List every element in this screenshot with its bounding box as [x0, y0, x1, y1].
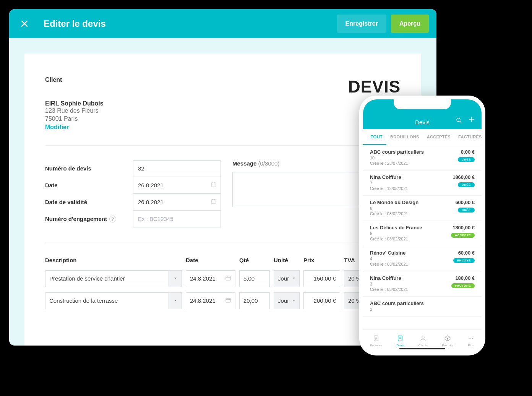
engagement-number-field[interactable] — [138, 216, 216, 222]
line-items-header: Description Date Qté Unité Prix TVA — [45, 257, 401, 263]
phone-tab-facturés[interactable]: FACTURÉS — [454, 129, 482, 145]
add-icon[interactable] — [468, 115, 475, 125]
calendar-icon[interactable] — [211, 198, 217, 206]
svg-rect-10 — [226, 276, 230, 280]
person-icon — [420, 335, 427, 342]
line-unit-select[interactable]: Jour — [274, 292, 300, 309]
status-badge: FACTURÉ — [451, 283, 475, 288]
nav-label: Produits — [442, 344, 453, 347]
quote-created-date: Créé le : 03/02/2021 — [370, 237, 422, 241]
quote-created-date: Créé le : 03/02/2021 — [370, 287, 408, 292]
line-description-input[interactable]: Prestation de service chantier — [45, 270, 169, 287]
quote-number-label: Numéro de devis — [45, 165, 133, 172]
quote-list-item[interactable]: Nina Coiffure3Créé le : 03/02/2021180,00… — [363, 271, 482, 297]
close-button[interactable] — [17, 16, 32, 31]
line-date-input[interactable]: 24.8.2021 — [186, 270, 235, 287]
calendar-icon[interactable] — [211, 182, 217, 189]
line-item-row: Prestation de service chantier24.8.20215… — [45, 270, 401, 287]
status-badge: CRÉÉ — [458, 157, 475, 162]
search-icon[interactable] — [456, 117, 462, 125]
col-description: Description — [45, 257, 186, 263]
svg-line-19 — [460, 121, 461, 123]
invoice-icon — [373, 335, 380, 342]
quote-id: 6 — [370, 206, 418, 211]
nav-devis[interactable]: Devis — [396, 335, 404, 347]
quote-id: 10 — [370, 156, 424, 160]
window-header: Editer le devis Enregistrer Aperçu — [9, 9, 436, 38]
nav-label: Factures — [370, 344, 382, 347]
date-field[interactable] — [138, 182, 216, 188]
line-date-input[interactable]: 24.8.2021 — [186, 292, 235, 309]
quote-id: 2 — [370, 307, 424, 312]
quote-list-item[interactable]: Nina Coiffure7Créé le : 12/05/20211860,0… — [363, 170, 482, 196]
engagement-number-label: Numéro d'engagement ? — [45, 216, 133, 222]
line-description-dropdown[interactable] — [169, 292, 182, 309]
quote-id: 5 — [370, 231, 422, 236]
line-description-dropdown[interactable] — [169, 270, 182, 287]
status-badge: ACCEPTÉ — [451, 233, 475, 238]
calendar-icon[interactable] — [225, 275, 231, 282]
quote-client-name: Les Délices de France — [370, 225, 422, 230]
validity-date-input[interactable] — [133, 194, 221, 211]
modify-client-link[interactable]: Modifier — [45, 124, 69, 131]
chevron-down-icon — [292, 275, 296, 282]
box-icon — [444, 335, 451, 342]
line-qty-input[interactable]: 5,00 — [239, 270, 270, 287]
quote-id: 4 — [370, 256, 408, 261]
col-qty: Qté — [239, 257, 274, 263]
quote-list-item[interactable]: Les Délices de France5Créé le : 03/02/20… — [363, 221, 482, 246]
quote-amount: 180,00 € — [451, 275, 475, 281]
svg-rect-6 — [211, 200, 216, 204]
validity-date-field[interactable] — [138, 199, 216, 205]
quote-list-item[interactable]: ABC cours particuliers10Créé le : 23/07/… — [363, 145, 482, 170]
line-description-input[interactable]: Construction de la terrasse — [45, 292, 169, 309]
nav-label: Clients — [418, 344, 428, 347]
phone-tabs: TOUTBROUILLONSACCEPTÉSFACTURÉS — [363, 129, 482, 145]
quote-client-name: Le Monde du Design — [370, 200, 418, 205]
chevron-down-icon — [173, 275, 178, 282]
quote-created-date: Créé le : 03/02/2021 — [370, 211, 418, 216]
phone-quote-list[interactable]: ABC cours particuliers10Créé le : 23/07/… — [363, 145, 482, 329]
calendar-icon[interactable] — [225, 297, 231, 304]
nav-plus[interactable]: Plus — [467, 335, 474, 347]
line-price-input[interactable]: 150,00 € — [303, 270, 340, 287]
preview-button[interactable]: Aperçu — [391, 15, 429, 33]
quote-client-name: Rénov' Cuisine — [370, 250, 408, 256]
line-price-input[interactable]: 200,00 € — [303, 292, 340, 309]
svg-point-33 — [472, 338, 473, 338]
status-badge: CRÉÉ — [458, 208, 475, 213]
client-section-label: Client — [45, 76, 401, 83]
help-icon[interactable]: ? — [109, 216, 116, 222]
svg-point-31 — [469, 338, 470, 338]
quote-client-name: Nina Coiffure — [370, 174, 408, 180]
save-button[interactable]: Enregistrer — [337, 15, 386, 33]
line-unit-select[interactable]: Jour — [274, 270, 300, 287]
nav-produits[interactable]: Produits — [442, 335, 453, 347]
phone-notch — [394, 99, 451, 109]
svg-rect-2 — [211, 183, 216, 187]
quote-amount: 1800,00 € — [451, 225, 475, 230]
quote-list-item[interactable]: Le Monde du Design6Créé le : 03/02/20216… — [363, 196, 482, 221]
phone-tab-brouillons[interactable]: BROUILLONS — [386, 129, 423, 145]
quote-list-item[interactable]: ABC cours particuliers2 — [363, 297, 482, 316]
phone-tab-acceptés[interactable]: ACCEPTÉS — [423, 129, 454, 145]
quote-number-field[interactable] — [138, 165, 216, 172]
phone-tab-tout[interactable]: TOUT — [363, 129, 386, 145]
col-date: Date — [186, 257, 239, 263]
document-type-label: DEVIS — [348, 77, 401, 96]
svg-point-32 — [470, 338, 471, 338]
line-item-row: Construction de la terrasse24.8.202120,0… — [45, 292, 401, 309]
line-qty-input[interactable]: 20,00 — [239, 292, 270, 309]
nav-clients[interactable]: Clients — [418, 335, 428, 347]
nav-factures[interactable]: Factures — [370, 335, 382, 347]
phone-header-title: Devis — [415, 119, 430, 125]
quote-number-input[interactable] — [133, 160, 221, 177]
client-street: 123 Rue des Fleurs — [45, 107, 401, 115]
phone-mockup: Devis TOUTBROUILLONSACCEPTÉSFACTURÉS ABC… — [359, 96, 485, 355]
date-input[interactable] — [133, 177, 221, 194]
engagement-number-input[interactable] — [133, 211, 221, 227]
nav-label: Plus — [468, 344, 474, 347]
col-unit: Unité — [274, 257, 303, 263]
quote-list-item[interactable]: Rénov' Cuisine4Créé le : 03/02/202160,00… — [363, 246, 482, 271]
quote-amount: 60,00 € — [453, 250, 475, 256]
